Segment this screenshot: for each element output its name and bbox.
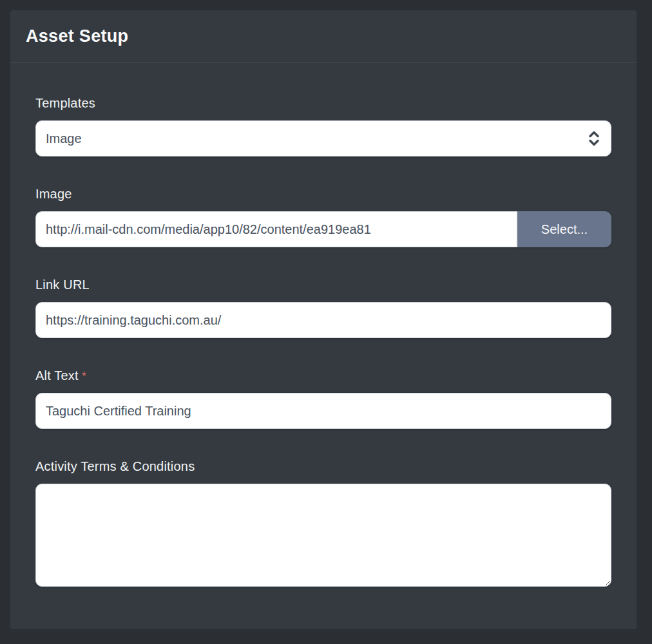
image-field: Image Select... [35, 187, 611, 247]
image-url-input[interactable] [35, 211, 517, 247]
templates-field: Templates Image [35, 96, 611, 156]
image-label: Image [35, 187, 611, 202]
image-input-group: Select... [35, 211, 611, 247]
activity-terms-label: Activity Terms & Conditions [35, 459, 611, 474]
required-asterisk: * [82, 369, 87, 383]
select-up-down-chevrons-icon [587, 130, 601, 147]
asset-setup-card: Asset Setup Templates Image Image Select… [10, 10, 637, 629]
alt-text-field: Alt Text* [35, 368, 611, 429]
alt-text-input[interactable] [35, 393, 611, 429]
activity-terms-textarea[interactable] [35, 484, 611, 587]
alt-text-label-text: Alt Text [35, 368, 79, 383]
card-header: Asset Setup [10, 10, 637, 62]
link-url-label: Link URL [35, 278, 611, 292]
alt-text-label: Alt Text* [35, 368, 611, 383]
image-select-button[interactable]: Select... [517, 211, 611, 247]
activity-terms-field: Activity Terms & Conditions [35, 459, 611, 589]
templates-select[interactable]: Image [35, 120, 611, 156]
templates-selected-value: Image [46, 131, 82, 146]
link-url-input[interactable] [35, 302, 611, 338]
asset-setup-form: Templates Image Image Select... Link [10, 62, 637, 589]
link-url-field: Link URL [35, 278, 611, 338]
page-title: Asset Setup [26, 26, 128, 46]
templates-label: Templates [35, 96, 611, 111]
